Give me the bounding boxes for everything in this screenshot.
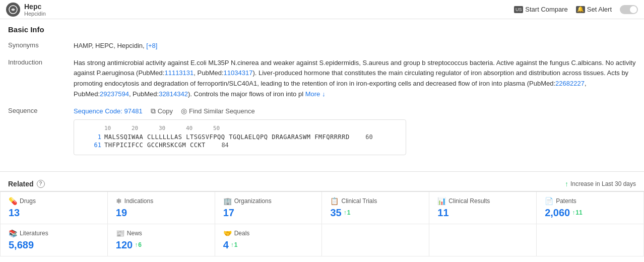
- news-badge: ↑ 6: [135, 241, 142, 248]
- sequence-label: Sequence: [8, 107, 74, 114]
- news-label-row: 📰 News: [116, 229, 207, 237]
- deals-icon: 🤝: [223, 229, 232, 237]
- patents-label-row: 📄 Patents: [545, 197, 635, 205]
- seq-end-num-1: 60: [353, 134, 373, 141]
- entity-title: Hepc: [24, 3, 46, 11]
- synonyms-more-link[interactable]: [+8]: [146, 42, 157, 49]
- literatures-label: Literatures: [20, 230, 48, 237]
- section-divider: [0, 171, 644, 172]
- indications-label: Indications: [124, 198, 153, 205]
- copy-label: Copy: [158, 107, 173, 115]
- intro-text: Has strong antimicrobial activity agains…: [74, 59, 635, 98]
- indications-icon: ❄: [116, 197, 122, 205]
- copy-icon: ⧉: [151, 107, 156, 115]
- copy-button[interactable]: ⧉ Copy: [151, 107, 173, 115]
- deals-label: Deals: [234, 230, 250, 237]
- related-cell-organizations[interactable]: 🏢 Organizations 17: [215, 192, 323, 224]
- pubmed-link-1[interactable]: 11113131: [164, 69, 194, 77]
- news-count: 120: [116, 239, 133, 251]
- deals-badge: ↑ 1: [231, 241, 238, 248]
- header-left: Hepc Hepcidin: [6, 3, 46, 17]
- set-alert-button[interactable]: 🔔 Set Alert: [576, 6, 612, 13]
- organizations-value: 17: [223, 207, 314, 219]
- synonyms-text: HAMP, HEPC, Hepcidin,: [74, 42, 146, 49]
- introduction-value: Has strong antimicrobial activity agains…: [74, 58, 636, 100]
- related-cell-indications[interactable]: ❄ Indications 19: [108, 192, 215, 224]
- clinical-trials-up-arrow: ↑: [344, 209, 347, 216]
- related-cell-clinical-results[interactable]: 📊 Clinical Results 11: [429, 192, 537, 224]
- literatures-icon: 📚: [9, 229, 17, 237]
- start-compare-label: Start Compare: [525, 6, 568, 13]
- related-cell-empty-5: [429, 224, 537, 256]
- header-right: US Start Compare 🔔 Set Alert: [514, 5, 638, 14]
- news-icon: 📰: [116, 229, 124, 237]
- sequence-code-link[interactable]: Sequence Code: 97481: [74, 107, 143, 115]
- clinical-results-label-row: 📊 Clinical Results: [437, 197, 528, 205]
- sequence-row: Sequence Sequence Code: 97481 ⧉ Copy ◎ F…: [8, 107, 636, 155]
- related-cell-deals[interactable]: 🤝 Deals 4 ↑ 1: [215, 224, 323, 256]
- sequence-box: 10 20 30 40 50 1 MALSSQIWAA CLLLLLLAS LT…: [74, 119, 406, 155]
- alert-icon: 🔔: [576, 6, 585, 13]
- set-alert-label: Set Alert: [587, 6, 612, 13]
- drugs-label: Drugs: [20, 198, 36, 205]
- clinical-trials-icon: 📋: [330, 197, 339, 205]
- basic-info-title: Basic Info: [8, 25, 636, 34]
- related-cell-clinical-trials[interactable]: 📋 Clinical Trials 35 ↑ 1: [322, 192, 429, 224]
- patents-badge-num: 11: [575, 209, 582, 216]
- drugs-icon: 💊: [9, 197, 17, 205]
- organizations-label: Organizations: [234, 198, 272, 205]
- related-title: Related ?: [8, 180, 45, 188]
- find-similar-label: Find Similar Sequence: [189, 107, 255, 115]
- deals-badge-num: 1: [234, 241, 238, 248]
- deals-label-row: 🤝 Deals: [223, 229, 314, 237]
- indications-value: 19: [116, 207, 207, 219]
- patents-icon: 📄: [545, 197, 553, 205]
- related-cell-news[interactable]: 📰 News 120 ↑ 6: [108, 224, 215, 256]
- pubmed-link-4[interactable]: 29237594: [100, 90, 129, 98]
- introduction-row: Introduction Has strong antimicrobial ac…: [8, 58, 636, 100]
- alert-toggle[interactable]: [620, 5, 638, 14]
- app-header: Hepc Hepcidin US Start Compare 🔔 Set Ale…: [0, 0, 644, 19]
- intro-more-link[interactable]: More ↓: [305, 90, 326, 98]
- pubmed-link-5[interactable]: 32814342: [159, 90, 188, 98]
- news-label: News: [127, 230, 142, 237]
- related-cell-literatures[interactable]: 📚 Literatures 5,689: [1, 224, 108, 256]
- deals-value: 4 ↑ 1: [223, 239, 314, 251]
- patents-up-arrow: ↑: [572, 209, 575, 216]
- entity-subtitle: Hepcidin: [24, 11, 46, 17]
- clinical-trials-label: Clinical Trials: [341, 198, 377, 205]
- find-similar-button[interactable]: ◎ Find Similar Sequence: [181, 107, 255, 115]
- find-similar-icon: ◎: [181, 107, 187, 115]
- clinical-results-count: 11: [437, 207, 448, 219]
- related-grid: 💊 Drugs 13 ❄ Indications 19 🏢 Organizati…: [0, 191, 644, 224]
- literatures-label-row: 📚 Literatures: [9, 229, 99, 237]
- news-badge-num: 6: [138, 241, 142, 248]
- main-content: Basic Info Synonyms HAMP, HEPC, Hepcidin…: [0, 19, 644, 166]
- synonyms-row: Synonyms HAMP, HEPC, Hepcidin, [+8]: [8, 41, 636, 51]
- introduction-label: Introduction: [8, 58, 74, 66]
- drugs-value: 13: [9, 207, 99, 219]
- trend-indicator: ↑ Increase in Last 30 days: [565, 180, 636, 188]
- patents-value: 2,060 ↑ 11: [545, 207, 635, 219]
- compare-icon: US: [514, 6, 523, 13]
- clinical-results-value: 11: [437, 207, 528, 219]
- clinical-trials-count: 35: [330, 207, 341, 219]
- clinical-results-icon: 📊: [437, 197, 446, 205]
- related-cell-patents[interactable]: 📄 Patents 2,060 ↑ 11: [537, 192, 644, 224]
- related-cell-empty-6: [537, 224, 644, 256]
- patents-label: Patents: [556, 198, 576, 205]
- clinical-trials-value: 35 ↑ 1: [330, 207, 421, 219]
- related-grid-row2: 📚 Literatures 5,689 📰 News 120 ↑ 6 🤝 Dea…: [0, 224, 644, 256]
- related-cell-drugs[interactable]: 💊 Drugs 13: [1, 192, 108, 224]
- drugs-label-row: 💊 Drugs: [9, 197, 99, 205]
- pubmed-link-2[interactable]: 11034317: [224, 69, 253, 77]
- seq-start-num-1: 1: [81, 134, 101, 141]
- seq-end-num-2: 84: [209, 142, 229, 149]
- seq-start-num-2: 61: [81, 142, 101, 149]
- clinical-trials-badge-num: 1: [347, 209, 351, 216]
- start-compare-button[interactable]: US Start Compare: [514, 6, 568, 13]
- trend-arrow-icon: ↑: [565, 180, 568, 188]
- related-info-icon[interactable]: ?: [37, 180, 45, 188]
- related-header: Related ? ↑ Increase in Last 30 days: [0, 177, 644, 191]
- pubmed-link-3[interactable]: 22682227: [555, 80, 585, 87]
